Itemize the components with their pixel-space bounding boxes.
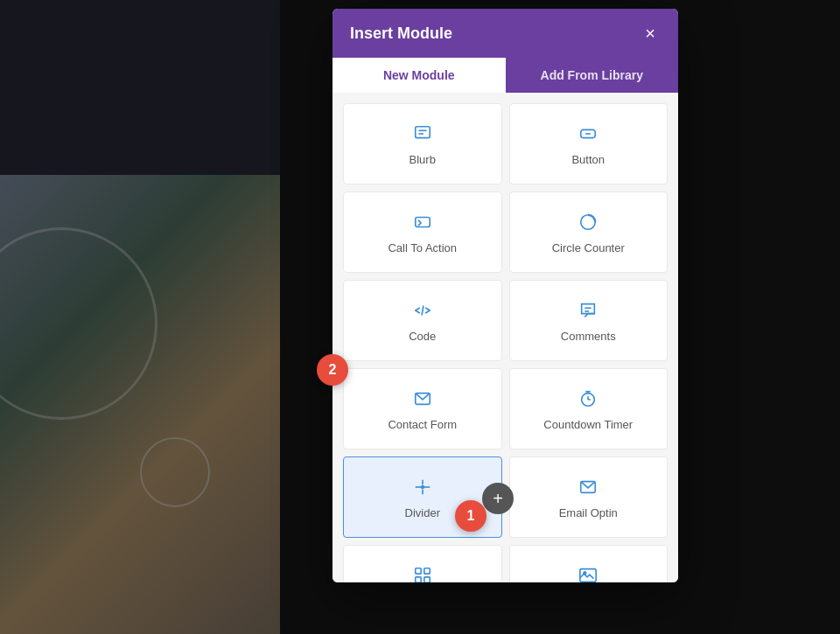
- module-label-blurb: Blurb: [410, 153, 436, 166]
- module-label-countdown-timer: Countdown Timer: [543, 418, 633, 431]
- add-module-button[interactable]: +: [482, 483, 514, 514]
- module-label-contact-form: Contact Form: [388, 418, 457, 431]
- module-item-gallery[interactable]: Gallery: [509, 545, 668, 582]
- modal-tabs: New Module Add From Library: [332, 58, 678, 93]
- svg-rect-22: [416, 577, 421, 582]
- module-item-circle-counter[interactable]: Circle Counter: [509, 192, 668, 273]
- module-label-code: Code: [409, 330, 436, 343]
- contact-form-icon: [410, 387, 435, 411]
- step-badge-1: 1: [455, 500, 486, 532]
- module-label-cta: Call To Action: [388, 241, 457, 254]
- tab-new-module[interactable]: New Module: [332, 58, 506, 93]
- modal-title: Insert Module: [350, 24, 452, 43]
- module-item-comments[interactable]: Comments: [509, 280, 668, 361]
- module-label-button: Button: [571, 153, 605, 166]
- svg-rect-20: [416, 568, 421, 574]
- module-item-filterable-portfolio[interactable]: Filterable Portfolio: [343, 545, 502, 582]
- divider-icon: [410, 475, 435, 499]
- module-item-email-optin[interactable]: Email Optin: [509, 456, 668, 538]
- module-label-divider: Divider: [405, 506, 440, 519]
- module-item-cta[interactable]: Call To Action: [343, 192, 502, 273]
- modal-header: Insert Module ×: [332, 9, 678, 58]
- svg-rect-23: [424, 577, 430, 582]
- step-badge-2: 2: [317, 354, 348, 386]
- svg-line-6: [422, 306, 424, 316]
- tab-add-from-library[interactable]: Add From Library: [506, 58, 679, 93]
- module-item-button[interactable]: Button: [509, 103, 668, 185]
- cta-icon: [410, 210, 435, 234]
- svg-rect-21: [424, 568, 430, 574]
- svg-rect-0: [416, 127, 430, 138]
- comments-icon: [576, 298, 600, 323]
- module-label-email-optin: Email Optin: [559, 506, 618, 519]
- module-label-circle-counter: Circle Counter: [552, 241, 625, 254]
- plus-icon: +: [493, 490, 503, 507]
- svg-point-18: [421, 486, 424, 489]
- module-item-contact-form[interactable]: Contact Form: [343, 368, 502, 449]
- module-item-blurb[interactable]: Blurb: [343, 103, 502, 185]
- countdown-timer-icon: [576, 387, 600, 411]
- blurb-icon: [410, 122, 435, 146]
- module-item-code[interactable]: Code: [343, 280, 502, 361]
- filterable-portfolio-icon: [410, 563, 435, 582]
- module-label-comments: Comments: [561, 330, 616, 343]
- button-icon: [576, 122, 600, 146]
- email-optin-icon: [576, 475, 600, 499]
- module-item-countdown-timer[interactable]: Countdown Timer: [509, 368, 668, 449]
- code-icon: [410, 298, 435, 323]
- gallery-icon: [576, 563, 600, 582]
- circle-counter-icon: [576, 210, 600, 234]
- svg-point-25: [584, 572, 586, 575]
- modal-close-button[interactable]: ×: [640, 23, 661, 44]
